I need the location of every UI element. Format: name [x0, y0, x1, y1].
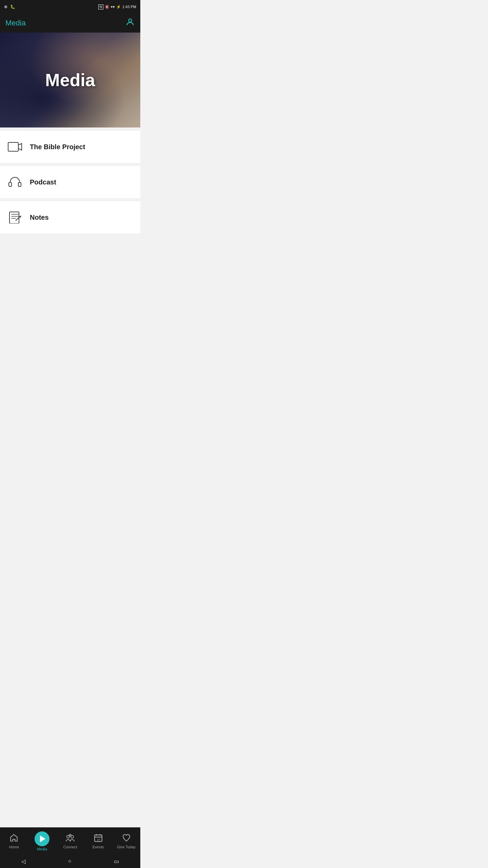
- bible-project-item[interactable]: The Bible Project: [0, 130, 140, 163]
- debug-icon: 🐛: [10, 4, 15, 9]
- wifi-icon: ▾▾: [111, 5, 115, 9]
- svg-rect-4: [9, 212, 19, 223]
- bible-project-label: The Bible Project: [30, 143, 85, 151]
- status-bar-left: ⊕ 🐛: [4, 4, 15, 9]
- menu-list: The Bible Project Podcast: [0, 127, 140, 239]
- video-icon: [7, 139, 23, 155]
- notes-icon: [7, 209, 23, 225]
- battery-icon: ⚡: [116, 5, 121, 9]
- time-display: 1:43 PM: [122, 5, 136, 9]
- podcast-item[interactable]: Podcast: [0, 165, 140, 199]
- nfc-icon: N: [98, 4, 103, 9]
- top-nav-bar: Media: [0, 14, 140, 33]
- profile-icon[interactable]: [125, 17, 135, 29]
- notes-item[interactable]: Notes: [0, 201, 140, 234]
- mute-icon: 🔇: [105, 5, 109, 9]
- status-bar-right: N 🔇 ▾▾ ⚡ 1:43 PM: [98, 4, 136, 9]
- hero-banner: Media: [0, 33, 140, 127]
- svg-rect-3: [18, 182, 21, 186]
- status-bar: ⊕ 🐛 N 🔇 ▾▾ ⚡ 1:43 PM: [0, 0, 140, 14]
- svg-rect-1: [8, 142, 18, 151]
- usb-icon: ⊕: [4, 4, 7, 9]
- hero-title: Media: [45, 70, 95, 90]
- headphones-icon: [7, 174, 23, 190]
- svg-rect-2: [9, 182, 12, 186]
- podcast-label: Podcast: [30, 178, 56, 186]
- svg-marker-9: [20, 216, 21, 217]
- page-title: Media: [5, 19, 26, 27]
- notes-label: Notes: [30, 214, 49, 221]
- svg-point-0: [128, 19, 131, 22]
